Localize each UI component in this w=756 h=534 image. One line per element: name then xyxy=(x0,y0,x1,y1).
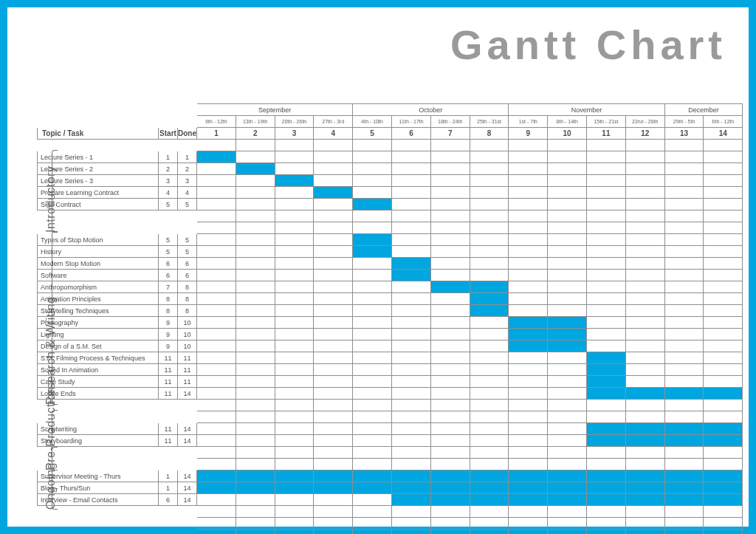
grid-cell xyxy=(548,376,587,388)
grid-cell xyxy=(470,340,509,352)
grid-cell xyxy=(430,293,470,305)
grid-cell xyxy=(314,352,353,364)
bar-cell xyxy=(548,494,587,506)
month-header: October xyxy=(353,104,509,116)
blank-row xyxy=(38,222,743,234)
grid-cell xyxy=(587,305,626,317)
task-done: 11 xyxy=(178,364,197,376)
task-label: History xyxy=(38,246,159,258)
task-row: History55 xyxy=(38,246,743,258)
grid-cell xyxy=(353,293,392,305)
bar-cell xyxy=(470,482,509,494)
grid-cell xyxy=(275,317,314,329)
grid-cell xyxy=(236,376,275,388)
grid-cell xyxy=(353,305,392,317)
grid-cell xyxy=(509,352,548,364)
grid-cell xyxy=(236,187,275,199)
grid-cell xyxy=(704,293,743,305)
grid-cell xyxy=(509,435,548,447)
bar-cell xyxy=(236,482,275,494)
grid-cell xyxy=(275,364,314,376)
task-label: Loose Ends xyxy=(38,388,159,400)
grid-cell xyxy=(664,329,704,340)
grid-cell xyxy=(664,258,704,270)
bar-cell xyxy=(664,482,704,494)
grid-cell xyxy=(587,317,626,329)
grid-cell xyxy=(625,175,664,187)
grid-cell xyxy=(275,423,314,435)
grid-cell xyxy=(236,175,275,187)
bar-cell xyxy=(664,388,704,400)
grid-cell xyxy=(197,175,236,187)
task-start: 11 xyxy=(159,376,178,388)
blank-row xyxy=(38,530,743,535)
header-done: Done xyxy=(178,128,197,140)
grid-cell xyxy=(704,163,743,175)
grid-cell xyxy=(704,175,743,187)
grid-cell xyxy=(197,234,236,246)
grid-cell xyxy=(392,234,431,246)
grid-cell xyxy=(548,175,587,187)
task-row: Photography910 xyxy=(38,317,743,329)
grid-cell xyxy=(275,281,314,293)
task-done: 2 xyxy=(178,163,197,175)
task-start: 1 xyxy=(159,482,178,494)
grid-cell xyxy=(197,388,236,400)
task-start: 9 xyxy=(159,340,178,352)
task-done: 3 xyxy=(178,175,197,187)
grid-cell xyxy=(430,305,470,317)
grid-cell xyxy=(625,187,664,199)
grid-cell xyxy=(625,163,664,175)
chart-title: Gantt Chart xyxy=(450,21,726,69)
bar-cell xyxy=(704,423,743,435)
grid-cell xyxy=(509,187,548,199)
task-label: Design of a S.M. Set xyxy=(38,340,159,352)
task-row: Sign Contract55 xyxy=(38,199,743,210)
task-start: 3 xyxy=(159,175,178,187)
grid-cell xyxy=(664,234,704,246)
task-row: Anthropomorphism78 xyxy=(38,281,743,293)
bar-cell xyxy=(664,494,704,506)
grid-cell xyxy=(470,187,509,199)
bar-cell xyxy=(587,470,626,482)
grid-cell xyxy=(509,246,548,258)
grid-cell xyxy=(470,329,509,340)
grid-cell xyxy=(275,329,314,340)
week-range: 6th - 12th xyxy=(704,116,743,128)
task-start: 11 xyxy=(159,352,178,364)
grid-cell xyxy=(314,270,353,281)
task-done: 8 xyxy=(178,281,197,293)
grid-cell xyxy=(664,376,704,388)
bar-cell xyxy=(197,482,236,494)
task-row: Storyboarding1114 xyxy=(38,435,743,447)
grid-cell xyxy=(548,423,587,435)
task-start: 2 xyxy=(159,163,178,175)
blank-row xyxy=(38,518,743,530)
task-done: 8 xyxy=(178,293,197,305)
task-label: Lighting xyxy=(38,329,159,340)
week-number: 9 xyxy=(509,128,548,140)
bar-cell xyxy=(587,482,626,494)
bar-cell xyxy=(587,364,626,376)
grid-cell xyxy=(197,163,236,175)
grid-cell xyxy=(314,234,353,246)
grid-cell xyxy=(664,364,704,376)
week-number: 10 xyxy=(548,128,587,140)
task-label: Sound In Animation xyxy=(38,364,159,376)
grid-cell xyxy=(392,340,431,352)
grid-cell xyxy=(236,281,275,293)
week-range: 18th - 24th xyxy=(430,116,470,128)
task-start: 11 xyxy=(159,435,178,447)
task-row: Blog - Thurs/Sun114 xyxy=(38,482,743,494)
grid-cell xyxy=(625,305,664,317)
bar-cell xyxy=(625,482,664,494)
task-row: Animation Principles88 xyxy=(38,293,743,305)
grid-cell xyxy=(509,270,548,281)
task-start: 5 xyxy=(159,246,178,258)
grid-cell xyxy=(236,305,275,317)
grid-cell xyxy=(314,329,353,340)
grid-cell xyxy=(236,317,275,329)
grid-cell xyxy=(353,317,392,329)
bar-cell xyxy=(430,494,470,506)
header-start: Start xyxy=(159,128,178,140)
